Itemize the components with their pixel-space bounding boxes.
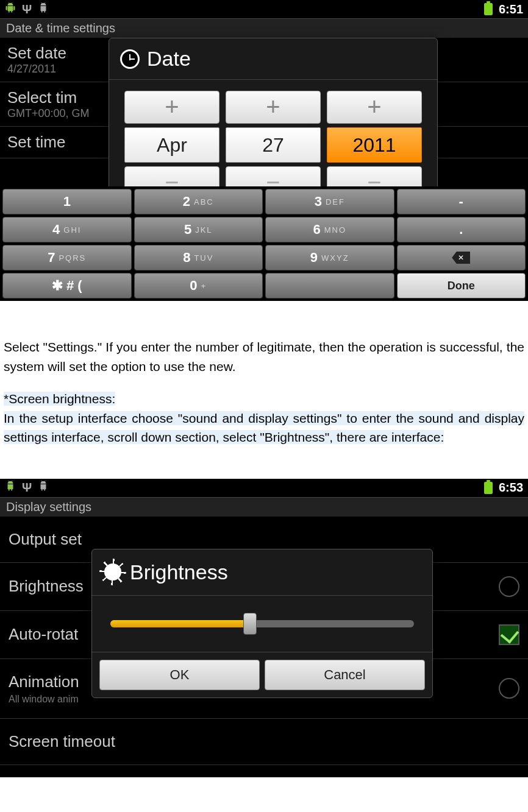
document-body: Select "Settings." If you enter the numb… (0, 301, 528, 479)
key-2[interactable]: 2ABC (134, 189, 263, 214)
brightness-slider[interactable] (110, 620, 414, 627)
brightness-label: Brightness (9, 577, 84, 596)
month-picker: + Apr − (124, 91, 219, 199)
checkbox-checked-icon (499, 624, 519, 645)
screenshot-brightness-settings: Ψ 6:53 Display settings Output set Brigh… (0, 479, 528, 777)
clock-text: 6:51 (499, 2, 523, 16)
brightness-dialog-title: Brightness (130, 560, 228, 584)
doc-paragraph-1: Select "Settings." If you enter the numb… (4, 337, 524, 376)
battery-icon (484, 3, 493, 15)
android-debug-icon (5, 1, 16, 18)
screen-timeout-item[interactable]: Screen timeout (0, 719, 528, 765)
month-value[interactable]: Apr (124, 127, 219, 163)
usb-icon: Ψ (22, 2, 32, 16)
month-increment-button[interactable]: + (124, 91, 219, 124)
day-value[interactable]: 27 (226, 127, 321, 163)
ok-button[interactable]: OK (99, 660, 260, 690)
key-3[interactable]: 3DEF (265, 189, 394, 214)
year-value[interactable]: 2011 (327, 127, 422, 163)
key-1[interactable]: 1 (2, 189, 132, 214)
year-increment-button[interactable]: + (327, 91, 422, 124)
year-picker: + 2011 − (327, 91, 422, 199)
doc-paragraph-2: In the setup interface choose "sound and… (4, 411, 524, 445)
key-4[interactable]: 4GHI (2, 217, 132, 242)
screen-title-2: Display settings (0, 497, 528, 517)
android-debug-icon (5, 479, 16, 496)
key-backspace[interactable]: ✕ (397, 245, 526, 270)
battery-icon (484, 482, 493, 494)
slider-thumb[interactable] (243, 613, 257, 635)
date-picker-dialog: Date + Apr − + 27 − + 2011 − (109, 38, 438, 211)
key-space[interactable] (265, 273, 394, 298)
animation-label: Animation (9, 673, 79, 691)
screen-timeout-label: Screen timeout (9, 732, 115, 751)
key-6[interactable]: 6MNO (265, 217, 394, 242)
doc-heading-brightness: *Screen brightness: (4, 392, 115, 406)
animation-sublabel: All window anim (9, 694, 79, 705)
brightness-dialog: Brightness OK Cancel (91, 549, 433, 698)
key-5[interactable]: 5JKL (134, 217, 263, 242)
android-icon (38, 1, 49, 18)
key-symbols[interactable]: ✱ # ( (2, 273, 132, 298)
android-icon (38, 479, 49, 496)
auto-rotate-label: Auto-rotat (9, 625, 78, 644)
screen-title: Date & time settings (0, 18, 528, 38)
key-7[interactable]: 7PQRS (2, 245, 132, 270)
slider-fill (110, 620, 250, 627)
clock-text-2: 6:53 (499, 481, 523, 495)
radio-icon (499, 576, 519, 597)
backspace-icon: ✕ (452, 252, 470, 264)
screenshot-date-settings: Ψ 6:51 Date & time settings Set date 4/2… (0, 0, 528, 301)
status-bar: Ψ 6:51 (0, 0, 528, 18)
key-8[interactable]: 8TUV (134, 245, 263, 270)
key-done[interactable]: Done (397, 273, 526, 298)
day-increment-button[interactable]: + (226, 91, 321, 124)
output-settings-label: Output set (9, 530, 82, 549)
brightness-icon (104, 563, 121, 581)
numeric-keypad: 1 2ABC 3DEF - 4GHI 5JKL 6MNO . 7PQRS 8TU… (0, 186, 528, 301)
dialog-title: Date (147, 47, 191, 71)
key-0[interactable]: 0+ (134, 273, 263, 298)
clock-icon (120, 49, 140, 69)
cancel-button[interactable]: Cancel (265, 660, 425, 690)
key-9[interactable]: 9WXYZ (265, 245, 394, 270)
key-dot[interactable]: . (397, 217, 526, 242)
usb-icon: Ψ (22, 481, 32, 495)
status-bar-2: Ψ 6:53 (0, 479, 528, 497)
key-dash[interactable]: - (397, 189, 526, 214)
day-picker: + 27 − (226, 91, 321, 199)
radio-icon (499, 678, 519, 699)
